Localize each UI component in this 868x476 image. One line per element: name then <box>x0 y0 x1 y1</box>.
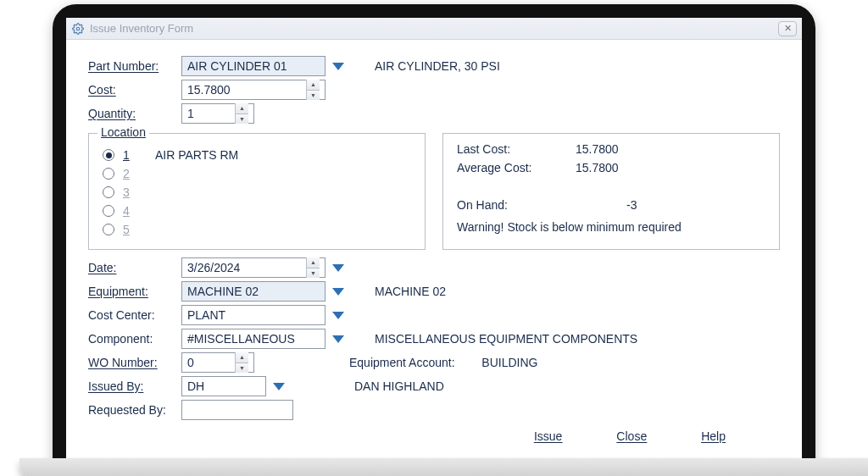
spinner[interactable]: ▲▼ <box>235 103 248 124</box>
part-number-label: Part Number: <box>88 59 181 73</box>
last-cost-label: Last Cost: <box>457 142 576 161</box>
close-button-footer[interactable]: Close <box>616 429 647 443</box>
chevron-down-icon[interactable] <box>332 335 344 343</box>
location-option-1[interactable]: 1AIR PARTS RM <box>103 146 411 164</box>
window-title: Issue Inventory Form <box>90 22 778 35</box>
location-number: 4 <box>123 204 138 218</box>
chevron-down-icon[interactable] <box>332 63 344 70</box>
stock-warning: Warning! Stock is below minimum required <box>457 220 765 234</box>
gear-icon <box>71 22 85 36</box>
location-option-4[interactable]: 4 <box>103 202 411 220</box>
radio-icon <box>103 149 114 161</box>
issued-by-field[interactable]: DH <box>181 376 266 396</box>
equipment-field[interactable]: MACHINE 02 <box>181 281 326 302</box>
spinner[interactable]: ▲▼ <box>306 80 320 100</box>
chevron-down-icon[interactable] <box>332 312 344 319</box>
cost-label: Cost: <box>88 83 181 97</box>
issue-rest: ssue <box>537 429 563 443</box>
location-legend: Location <box>97 125 149 139</box>
radio-icon <box>103 186 114 198</box>
date-label: Date: <box>88 261 181 274</box>
radio-icon <box>103 224 114 235</box>
location-desc: AIR PARTS RM <box>155 148 238 162</box>
wo-number-value: 0 <box>187 356 194 369</box>
equipment-account-value: BUILDING <box>481 356 537 369</box>
location-option-3[interactable]: 3 <box>103 183 411 202</box>
component-label: Component: <box>88 332 181 346</box>
laptop-frame: Issue Inventory Form ✕ Part Number: AIR … <box>53 4 815 472</box>
component-value: #MISCELLANEOUS <box>187 332 295 346</box>
component-field[interactable]: #MISCELLANEOUS <box>181 329 326 349</box>
close-button[interactable]: ✕ <box>778 21 797 36</box>
location-number: 1 <box>123 148 138 162</box>
radio-icon <box>103 168 114 180</box>
form-body: Part Number: AIR CYLINDER 01 AIR CYLINDE… <box>66 40 802 458</box>
laptop-base <box>19 458 868 476</box>
equipment-account-label: Equipment Account: <box>349 356 455 369</box>
chevron-down-icon[interactable] <box>332 288 344 296</box>
radio-icon <box>103 205 114 217</box>
chevron-down-icon[interactable] <box>332 264 344 272</box>
cost-center-field[interactable]: PLANT <box>181 305 326 325</box>
issued-by-value: DH <box>187 379 204 393</box>
location-number: 3 <box>123 185 138 199</box>
chevron-down-icon[interactable] <box>273 383 285 390</box>
cost-info-panel: Last Cost: 15.7800 Average Cost: 15.7800… <box>442 133 780 250</box>
avg-cost-value: 15.7800 <box>576 161 643 180</box>
equipment-desc: MACHINE 02 <box>375 285 446 298</box>
issued-by-desc: DAN HIGHLAND <box>354 379 444 393</box>
cost-field[interactable]: 15.7800 ▲▼ <box>181 80 326 100</box>
cost-center-label: Cost Center: <box>88 308 181 322</box>
date-field[interactable]: 3/26/2024 ▲▼ <box>181 257 326 278</box>
issued-by-label: Issued By: <box>88 379 181 393</box>
spinner[interactable]: ▲▼ <box>306 257 320 278</box>
screen: Issue Inventory Form ✕ Part Number: AIR … <box>66 18 802 458</box>
titlebar: Issue Inventory Form ✕ <box>66 18 802 40</box>
close-icon: ✕ <box>784 23 792 34</box>
component-desc: MISCELLANEOUS EQUIPMENT COMPONENTS <box>375 332 637 346</box>
part-number-value: AIR CYLINDER 01 <box>187 59 287 73</box>
quantity-field[interactable]: 1 ▲▼ <box>181 103 254 124</box>
requested-by-field[interactable] <box>181 400 293 420</box>
location-panel: Location 1AIR PARTS RM2345 <box>88 133 426 250</box>
help-button[interactable]: Help <box>701 429 726 443</box>
location-option-5[interactable]: 5 <box>103 220 411 239</box>
spinner[interactable]: ▲▼ <box>235 352 248 373</box>
wo-number-label: WO Number: <box>88 356 181 369</box>
avg-cost-label: Average Cost: <box>457 161 576 180</box>
part-number-field[interactable]: AIR CYLINDER 01 <box>181 56 326 76</box>
date-value: 3/26/2024 <box>187 261 240 274</box>
issue-button[interactable]: Issue <box>534 429 562 443</box>
help-rest: elp <box>709 429 726 443</box>
wo-number-field[interactable]: 0 ▲▼ <box>181 352 254 373</box>
cost-value: 15.7800 <box>187 83 231 97</box>
close-rest: ose <box>628 429 648 443</box>
requested-by-label: Requested By: <box>88 403 181 417</box>
svg-point-0 <box>76 27 80 30</box>
on-hand-value: -3 <box>626 198 637 217</box>
equipment-label: Equipment: <box>88 285 181 298</box>
location-option-2[interactable]: 2 <box>103 164 411 183</box>
location-number: 2 <box>123 167 138 180</box>
quantity-value: 1 <box>187 107 194 120</box>
equipment-value: MACHINE 02 <box>187 285 259 298</box>
last-cost-value: 15.7800 <box>576 142 643 161</box>
quantity-label: Quantity: <box>88 107 181 120</box>
part-number-desc: AIR CYLINDER, 30 PSI <box>375 59 500 73</box>
cost-center-value: PLANT <box>187 308 225 322</box>
location-number: 5 <box>123 223 138 236</box>
on-hand-label: On Hand: <box>457 198 576 217</box>
